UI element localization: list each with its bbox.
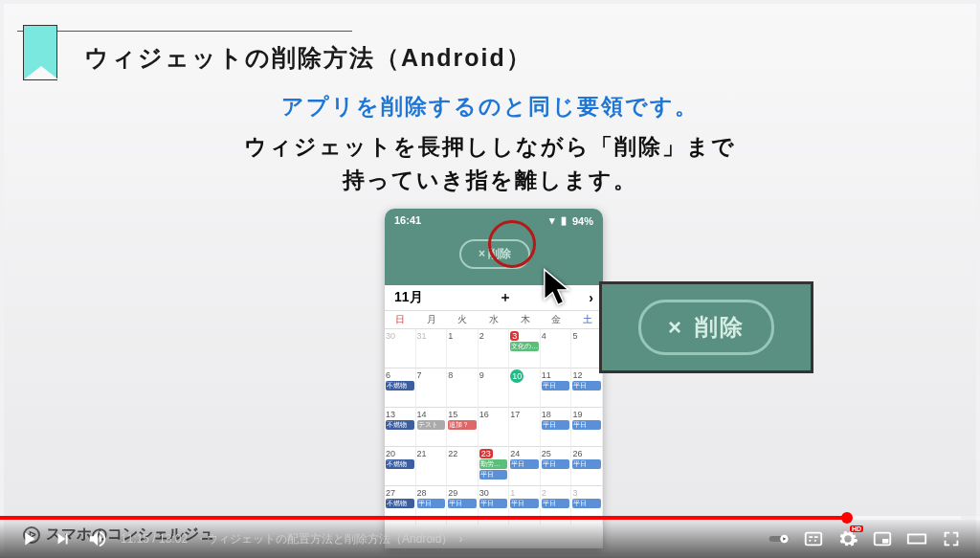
dow-header: 月 [416, 310, 448, 328]
zoom-callout: × 削除 [599, 281, 813, 373]
chapter-button[interactable]: ・ウィジェットの配置方法と削除方法（Android） › [195, 531, 462, 547]
dow-header: 木 [509, 310, 541, 328]
dow-header: 日 [385, 310, 416, 328]
chevron-right-icon: › [458, 532, 462, 546]
calendar-cell: 9 [479, 368, 510, 407]
calendar-cell: 18平日 [541, 407, 572, 446]
svg-rect-2 [806, 533, 822, 546]
battery-icon: ▮ [561, 214, 567, 227]
autoplay-toggle[interactable] [762, 522, 796, 556]
theater-mode-button[interactable] [900, 522, 934, 556]
close-x-icon: × [668, 314, 683, 341]
calendar-cell: 17 [509, 407, 541, 446]
calendar-cell: 10 [509, 368, 541, 407]
hd-badge: HD [850, 525, 863, 532]
calendar-cell: 7 [416, 368, 448, 407]
calendar-month: 11月 [394, 289, 423, 306]
phone-clock: 16:41 [394, 214, 421, 227]
calendar-cell: 22 [447, 446, 479, 485]
calendar-cell: 23勤労…平日 [479, 446, 510, 485]
calendar-cell: 13不燃物 [385, 407, 416, 446]
calendar-cell: 15追加？ [447, 407, 479, 446]
delete-label: 削除 [695, 312, 745, 343]
slide-instruction-text: ウィジェットを長押ししながら「削除」まで 持っていき指を離します。 [4, 130, 976, 196]
chapter-title: ・ウィジェットの配置方法と削除方法（Android） [195, 531, 453, 547]
cursor-icon [542, 266, 574, 312]
slide-content: ウィジェットの削除方法（Android） アプリを削除するのと同じ要領です。 ウ… [4, 4, 976, 554]
calendar-grid: 日月火水木金土3031123文化の…456不燃物7891011平日12平日13不… [385, 310, 603, 525]
calendar-add-icon: ＋ [499, 289, 512, 306]
next-button[interactable] [46, 522, 80, 556]
red-circle-highlight [488, 220, 536, 268]
calendar-cell: 24平日 [509, 446, 541, 485]
dow-header: 金 [541, 310, 572, 328]
video-time: 11:15 / 13:02 [121, 532, 188, 546]
calendar-cell: 20不燃物 [385, 446, 416, 485]
calendar-cell: 3文化の… [509, 328, 541, 368]
calendar-cell: 1 [447, 328, 479, 368]
calendar-cell: 30 [385, 328, 416, 368]
calendar-cell: 14テスト [416, 407, 448, 446]
captions-button[interactable] [796, 522, 831, 556]
calendar-cell: 12平日 [571, 368, 603, 407]
instruction-line2: 持っていき指を離します。 [343, 167, 637, 192]
calendar-cell: 8 [447, 368, 479, 407]
slide-subtitle-highlight: アプリを削除するのと同じ要領です。 [4, 92, 976, 122]
video-controls: 11:15 / 13:02 ・ウィジェットの配置方法と削除方法（Android）… [0, 520, 980, 558]
instruction-line1: ウィジェットを長押ししながら「削除」まで [244, 134, 736, 159]
calendar-cell: 21 [416, 446, 448, 485]
calendar-cell: 25平日 [541, 446, 572, 485]
play-button[interactable] [11, 522, 46, 556]
delete-pill-zoomed: × 削除 [638, 300, 774, 355]
miniplayer-button[interactable] [865, 522, 900, 556]
time-total: 13:02 [159, 532, 188, 546]
slide-title: ウィジェットの削除方法（Android） [84, 42, 532, 74]
phone-status-icons: ▾ ▮ 94% [549, 214, 593, 227]
settings-button[interactable]: HD [831, 522, 865, 556]
chevron-right-icon: › [589, 290, 593, 305]
calendar-cell: 2 [479, 328, 510, 368]
fullscreen-button[interactable] [934, 522, 969, 556]
calendar-cell: 19平日 [571, 407, 603, 446]
dow-header: 火 [447, 310, 479, 328]
calendar-cell: 6不燃物 [385, 368, 416, 407]
calendar-cell: 4 [541, 328, 572, 368]
time-current: 11:15 [121, 532, 149, 546]
calendar-cell: 26平日 [571, 446, 603, 485]
calendar-cell: 31 [416, 328, 448, 368]
bookmark-ribbon-icon [23, 25, 57, 80]
calendar-cell: 11平日 [541, 368, 572, 407]
phone-mockup: 16:41 ▾ ▮ 94% × 削除 11月 ＋ › 日月火水木金土303112… [385, 209, 603, 548]
decorative-line [17, 31, 352, 32]
battery-percent: 94% [572, 215, 593, 227]
dow-header: 水 [479, 310, 510, 328]
video-frame: ウィジェットの削除方法（Android） アプリを削除するのと同じ要領です。 ウ… [0, 0, 980, 558]
calendar-cell: 16 [479, 407, 510, 446]
phone-status-bar: 16:41 ▾ ▮ 94% [385, 209, 603, 227]
wifi-icon: ▾ [549, 214, 555, 227]
volume-button[interactable] [80, 522, 115, 556]
svg-rect-4 [882, 539, 888, 544]
svg-rect-5 [908, 534, 925, 543]
